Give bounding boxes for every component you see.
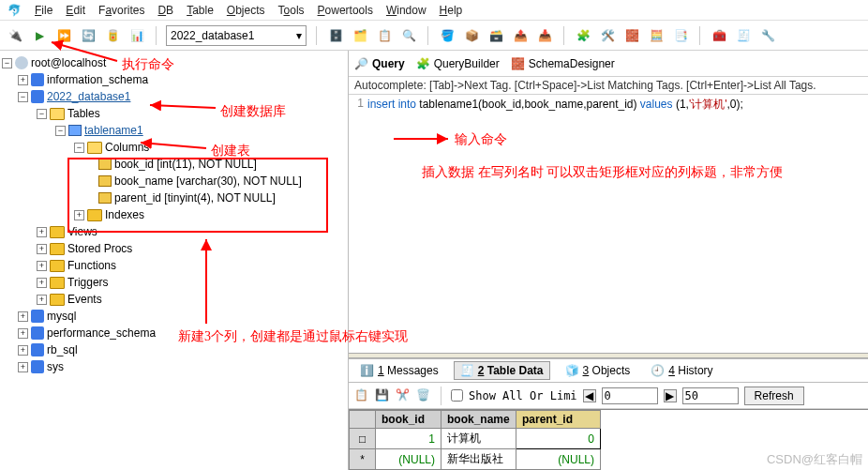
tree-columns[interactable]: −Columns (2, 139, 346, 156)
query-icon: 🔎 (354, 57, 368, 70)
chevron-down-icon: ▾ (296, 29, 302, 42)
history-icon: 🕘 (651, 364, 665, 377)
show-all-checkbox[interactable] (451, 389, 463, 402)
new-connection-icon[interactable]: 🔌 (6, 26, 24, 45)
tab-querybuilder[interactable]: 🧩QueryBuilder (416, 57, 500, 70)
tb-icon-8[interactable]: 📤 (511, 26, 530, 45)
tree-db[interactable]: +sys (2, 358, 346, 375)
tab-table-data[interactable]: 🧾2 Table Data (454, 361, 550, 380)
tree-procs[interactable]: +Stored Procs (2, 240, 346, 257)
grid-icon[interactable]: 📋 (354, 388, 369, 403)
menu-window[interactable]: Window (386, 4, 427, 17)
tree-db[interactable]: +rb_sql (2, 341, 346, 358)
database-selector[interactable]: 2022_database1 ▾ (166, 25, 307, 46)
autocomplete-hint: Autocomplete: [Tab]->Next Tag. [Ctrl+Spa… (349, 77, 868, 95)
table-icon: 🧾 (460, 364, 474, 377)
object-browser: −root@localhost +information_schema −202… (0, 51, 349, 470)
sql-code: insert into tablename1(book_id,book_name… (367, 97, 868, 351)
next-page-button[interactable]: ▶ (664, 389, 677, 402)
tb-icon-14[interactable]: 📑 (671, 26, 690, 45)
menu-help[interactable]: Help (440, 4, 463, 17)
data-toolbar: 📋 💾 ✂️ 🗑️ Show All Or Limi ◀ ▶ Refresh (349, 383, 868, 409)
tb-icon-7[interactable]: 🗃️ (486, 26, 505, 45)
tree-triggers[interactable]: +Triggers (2, 274, 346, 291)
tb-icon-15[interactable]: 🧰 (710, 26, 728, 45)
menu-tools[interactable]: Tools (278, 4, 305, 17)
row-header-blank (350, 411, 376, 429)
tb-icon-6[interactable]: 📦 (462, 26, 481, 45)
tree-column[interactable]: book_id [int(11), NOT NULL] (2, 156, 346, 173)
menu-edit[interactable]: Edit (66, 4, 85, 17)
limit-from-input[interactable] (602, 387, 658, 404)
menu-file[interactable]: File (35, 4, 52, 17)
result-tabs: ℹ️1 Messages 🧾2 Table Data 🧊3 Objects 🕘4… (349, 358, 868, 383)
tool-icon[interactable]: 📊 (127, 26, 146, 45)
tree-views[interactable]: +Views (2, 223, 346, 240)
tb-icon-4[interactable]: 🔍 (399, 26, 418, 45)
tab-history[interactable]: 🕘4 History (645, 362, 718, 379)
editor-tabs: 🔎Query 🧩QueryBuilder 🧱SchemaDesigner (349, 51, 868, 77)
tb-icon-12[interactable]: 🧱 (622, 26, 641, 45)
tb-icon-3[interactable]: 📋 (375, 26, 394, 45)
tree-tables[interactable]: −Tables (2, 105, 346, 122)
tree-db[interactable]: +mysql (2, 308, 346, 325)
menu-db[interactable]: DB (157, 4, 173, 17)
tb-icon-10[interactable]: 🧩 (574, 26, 592, 45)
watermark: CSDN@红客白帽 (767, 451, 862, 468)
tb-icon-9[interactable]: 📥 (535, 26, 554, 45)
menu-bar: 🐬 File Edit Favorites DB Table Objects T… (0, 0, 868, 21)
line-number: 1 (349, 97, 367, 351)
menu-table[interactable]: Table (187, 4, 214, 17)
info-icon: ℹ️ (360, 364, 374, 377)
tree-db[interactable]: −2022_database1 (2, 88, 346, 105)
sql-editor[interactable]: 1 insert into tablename1(book_id,book_na… (349, 95, 868, 353)
tab-schemadesigner[interactable]: 🧱SchemaDesigner (511, 57, 615, 70)
tb-icon-16[interactable]: 🧾 (734, 26, 753, 45)
tb-icon-5[interactable]: 🪣 (438, 26, 456, 45)
col-header[interactable]: parent_id (516, 411, 601, 429)
tb-icon-11[interactable]: 🛠️ (598, 26, 617, 45)
stop-icon[interactable]: 🥫 (103, 26, 122, 45)
tree-root[interactable]: −root@localhost (2, 54, 346, 71)
show-all-label: Show All Or Limi (469, 389, 577, 402)
cut-icon[interactable]: ✂️ (396, 388, 411, 403)
prev-page-button[interactable]: ◀ (583, 389, 596, 402)
tb-icon-2[interactable]: 🗂️ (351, 26, 369, 45)
database-selected: 2022_database1 (171, 29, 254, 42)
tb-icon-1[interactable]: 🗄️ (326, 26, 345, 45)
objects-icon: 🧊 (565, 364, 579, 377)
tab-messages[interactable]: ℹ️1 Messages (354, 362, 444, 379)
tree-functions[interactable]: +Functions (2, 257, 346, 274)
sd-icon: 🧱 (511, 57, 525, 70)
refresh-icon[interactable]: 🔄 (79, 26, 97, 45)
tree-table[interactable]: −tablename1 (2, 122, 346, 139)
tree-db[interactable]: +information_schema (2, 71, 346, 88)
tab-query[interactable]: 🔎Query (354, 57, 405, 70)
menu-favorites[interactable]: Favorites (98, 4, 144, 17)
tree-indexes[interactable]: +Indexes (2, 206, 346, 223)
qb-icon: 🧩 (416, 57, 430, 70)
app-icon: 🐬 (7, 4, 22, 17)
tree-column[interactable]: parent_id [tinyint(4), NOT NULL] (2, 190, 346, 206)
menu-powertools[interactable]: Powertools (318, 4, 373, 17)
execute-icon[interactable]: ▶ (30, 26, 49, 45)
tree-db[interactable]: +performance_schema (2, 325, 346, 341)
table-row[interactable]: □ 1 计算机 0 (350, 429, 601, 449)
menu-objects[interactable]: Objects (227, 4, 265, 17)
delete-icon[interactable]: 🗑️ (416, 388, 431, 403)
col-header[interactable]: book_id (376, 411, 441, 429)
row-marker: * (350, 449, 376, 470)
refresh-button[interactable]: Refresh (744, 387, 804, 405)
tree-column[interactable]: book_name [varchar(30), NOT NULL] (2, 173, 346, 190)
tab-objects[interactable]: 🧊3 Objects (560, 362, 636, 379)
tb-icon-17[interactable]: 🔧 (758, 26, 777, 45)
limit-to-input[interactable] (682, 387, 739, 404)
save-icon[interactable]: 💾 (375, 388, 390, 403)
tb-icon-13[interactable]: 🧮 (647, 26, 666, 45)
execute-all-icon[interactable]: ⏩ (54, 26, 73, 45)
table-row[interactable]: * (NULL) 新华出版社 (NULL) (350, 449, 601, 470)
toolbar: 🔌 ▶ ⏩ 🔄 🥫 📊 2022_database1 ▾ 🗄️ 🗂️ 📋 🔍 🪣… (0, 21, 868, 51)
row-marker: □ (350, 429, 376, 449)
col-header[interactable]: book_name (441, 411, 516, 429)
tree-events[interactable]: +Events (2, 291, 346, 308)
